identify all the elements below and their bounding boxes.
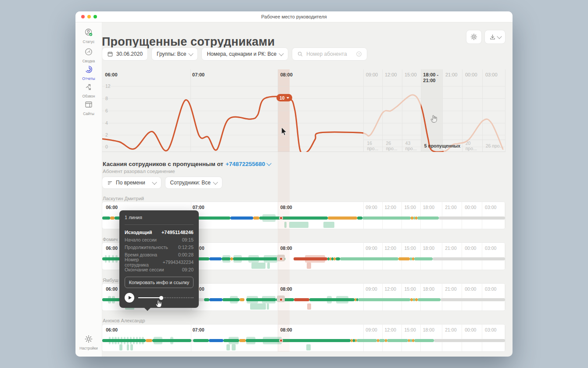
timeline-hour-label: 21:00 — [445, 245, 456, 251]
secondary-line-block[interactable] — [306, 344, 310, 350]
secondary-line-block[interactable] — [226, 344, 230, 350]
call-segment[interactable] — [110, 216, 114, 220]
numbers-filter[interactable]: Номера, сценарии и РК: Все — [201, 47, 288, 61]
call-segment-overlay — [124, 337, 125, 344]
missed-call-marker[interactable] — [279, 216, 283, 220]
missed-calls-chart[interactable]: 128642006:0007:0008:0009:0012:0015:0018:… — [102, 69, 506, 152]
missed-call-marker[interactable] — [279, 298, 283, 302]
call-segment[interactable] — [433, 257, 505, 260]
close-window-button[interactable] — [81, 15, 85, 18]
peak-count-badge[interactable]: 10 — [276, 94, 292, 101]
help-icon[interactable]: ? — [356, 51, 362, 57]
call-segment[interactable] — [410, 298, 413, 301]
secondary-line-block[interactable] — [267, 263, 270, 269]
settings-button[interactable] — [466, 30, 482, 44]
call-segment[interactable] — [253, 216, 259, 220]
call-segment[interactable] — [336, 257, 340, 260]
call-segment[interactable] — [209, 257, 222, 260]
call-segment[interactable] — [398, 257, 410, 260]
secondary-line-block[interactable] — [127, 344, 129, 350]
secondary-line-block[interactable] — [267, 303, 269, 310]
timeline-row[interactable]: 06:0007:0008:0009:0012:0015:0018:0021:00… — [102, 324, 506, 352]
timeline-hour-label: 21:00 — [445, 327, 456, 332]
call-segment[interactable] — [411, 216, 413, 220]
secondary-line-block[interactable] — [251, 263, 265, 269]
call-segment[interactable] — [387, 339, 408, 342]
call-segment[interactable] — [281, 216, 328, 220]
call-segment[interactable] — [146, 339, 152, 342]
call-segment[interactable] — [439, 216, 505, 220]
minimize-window-button[interactable] — [87, 15, 91, 18]
date-filter[interactable]: 30.06.2020 — [102, 47, 148, 61]
call-segment[interactable] — [414, 257, 433, 260]
sidebar-item-gauge[interactable]: Сводка — [75, 47, 102, 63]
sidebar-item-arrows[interactable]: Обзвон — [75, 83, 102, 98]
call-segment[interactable] — [333, 257, 336, 260]
secondary-line-block[interactable] — [289, 222, 308, 228]
audio-progress-handle[interactable] — [159, 296, 163, 300]
audio-progress-slider[interactable] — [138, 296, 194, 300]
download-button[interactable] — [484, 30, 506, 44]
call-segment[interactable] — [204, 298, 209, 301]
call-segment[interactable] — [353, 339, 355, 342]
call-segment[interactable] — [193, 339, 209, 342]
sidebar: СтатусСводкаОтчетыОбзвонСайтыНастройки — [75, 22, 102, 357]
timeline-hour-label: 12:00 — [385, 286, 396, 292]
call-segment[interactable] — [328, 216, 357, 220]
secondary-line-block[interactable] — [323, 222, 334, 228]
timeline-hour-label: 09:00 — [366, 205, 377, 210]
call-segment[interactable] — [240, 298, 244, 301]
window-controls[interactable] — [81, 15, 97, 18]
sidebar-item-user-status[interactable]: Статус — [75, 28, 102, 44]
play-button[interactable] — [125, 293, 134, 303]
chevron-down-icon — [189, 51, 194, 56]
missed-count-cell[interactable]: 5 пропущенных — [421, 140, 442, 152]
call-segment[interactable] — [377, 339, 379, 342]
call-segment[interactable] — [209, 339, 223, 342]
gridline-vertical — [482, 243, 482, 270]
call-segment[interactable] — [417, 216, 439, 220]
subscriber-search[interactable]: Номер абонента ? — [292, 47, 367, 61]
secondary-line-block[interactable] — [130, 344, 133, 350]
secondary-line-block[interactable] — [307, 263, 311, 269]
sidebar-item-settings[interactable]: Настройки — [75, 335, 102, 350]
sidebar-item-pie-chart[interactable]: Отчеты — [75, 65, 102, 81]
call-segment[interactable] — [357, 216, 362, 220]
call-segment[interactable] — [358, 298, 410, 301]
call-segment[interactable] — [415, 298, 418, 301]
timeline-hour-label: 03:00 — [485, 286, 496, 292]
sidebar-item-browser[interactable]: Сайты — [75, 100, 102, 116]
gridline-vertical — [363, 243, 364, 270]
zoom-window-button[interactable] — [93, 15, 97, 18]
employees-dropdown[interactable]: Сотрудники: Все — [165, 177, 222, 189]
sort-dropdown[interactable]: По времени — [102, 177, 161, 189]
call-segment[interactable] — [209, 298, 222, 301]
secondary-line-block[interactable] — [232, 344, 236, 350]
call-segment[interactable] — [414, 339, 434, 342]
copy-info-link-button[interactable]: Копировать инфо и ссылку — [125, 277, 194, 288]
secondary-line-block[interactable] — [284, 222, 287, 228]
call-segment[interactable] — [441, 298, 505, 301]
call-segment[interactable] — [412, 257, 414, 260]
call-segment[interactable] — [340, 257, 398, 260]
call-segment[interactable] — [357, 339, 377, 342]
missed-call-marker[interactable] — [279, 257, 283, 261]
secondary-line-block[interactable] — [307, 303, 311, 310]
call-segment[interactable] — [246, 339, 351, 342]
call-segment[interactable] — [362, 216, 411, 220]
secondary-line-block[interactable] — [250, 303, 266, 310]
missed-call-marker[interactable] — [279, 339, 283, 343]
call-segment[interactable] — [434, 339, 505, 342]
call-segment[interactable] — [418, 298, 441, 301]
call-segment[interactable] — [294, 298, 309, 301]
call-segment[interactable] — [412, 339, 414, 342]
chevron-down-icon[interactable] — [267, 161, 272, 166]
call-segment[interactable] — [102, 216, 110, 220]
call-segment[interactable] — [379, 339, 385, 342]
call-segment[interactable] — [230, 216, 253, 220]
groups-filter[interactable]: Группы: Все — [151, 47, 198, 61]
call-segment-overlay — [115, 255, 118, 263]
call-segment[interactable] — [239, 339, 246, 342]
secondary-line-block[interactable] — [119, 344, 122, 350]
phone-link[interactable]: +74872255680 — [226, 161, 265, 167]
